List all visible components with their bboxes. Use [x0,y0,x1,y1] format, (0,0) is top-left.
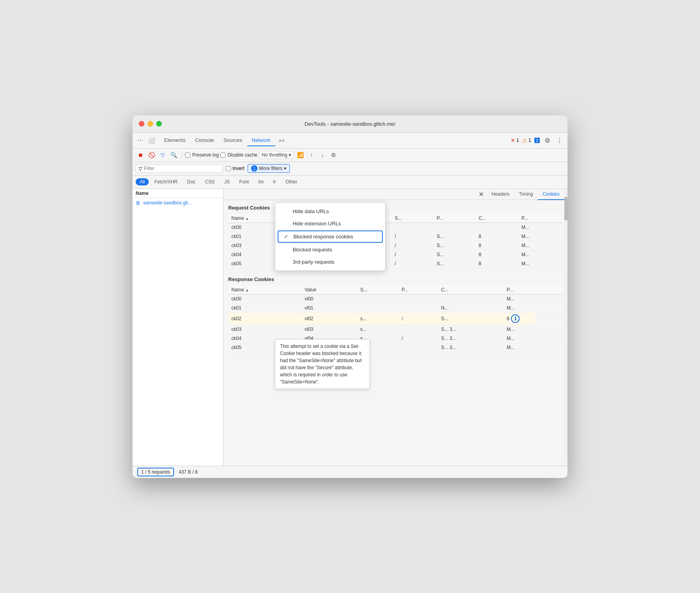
scrollbar-thumb[interactable] [564,197,568,221]
resp-col-name[interactable]: Name ▲ [228,285,301,295]
detail-tab-cookies[interactable]: Cookies [538,189,564,200]
throttle-arrow: ▾ [289,152,291,158]
upload-icon[interactable]: ↑ [306,150,316,160]
dropdown-item-blocked-requests[interactable]: Blocked requests [275,244,385,256]
type-filter-ir[interactable]: Ir [269,178,280,185]
separator-1 [182,152,182,158]
minimize-button[interactable] [148,121,153,127]
filter-input-wrap: ▽ [136,164,223,173]
requests-count: 1 / 5 requests [137,468,174,476]
tab-sources[interactable]: Sources [219,135,247,146]
info-button[interactable]: ℹ [511,314,520,323]
dropdown-item-hide-ext[interactable]: Hide extension URLs [275,217,385,230]
filter-icon[interactable]: ▽ [158,150,167,160]
search-button[interactable]: 🔍 [169,150,178,160]
col-last[interactable]: P... [518,214,563,223]
resp-col-value[interactable]: Value [301,285,357,295]
clear-button[interactable]: 🚫 [147,150,156,160]
document-icon: 🗎 [136,200,141,206]
more-tabs-button[interactable]: >> [275,135,288,146]
dropdown-item-blocked-response[interactable]: ✓ Blocked response cookies [278,230,383,243]
more-filters-button[interactable]: 1 More filters ▾ [248,164,290,173]
disable-cache-group: Disable cache [220,152,257,158]
maximize-button[interactable] [156,121,162,127]
dropdown-item-3rd-party[interactable]: 3rd-party requests [275,256,385,268]
more-options-icon[interactable]: ⋮ [555,135,564,146]
detail-tab-headers[interactable]: Headers [487,189,514,200]
type-filter-im[interactable]: Im [254,178,267,185]
titlebar: DevTools - samesite-sandbox.glitch.me/ [132,115,568,133]
size-info: 437 B / 8 [179,469,198,475]
type-filter-font[interactable]: Font [235,178,253,185]
scrollbar[interactable] [564,189,568,466]
preserve-log-checkbox[interactable] [185,153,190,158]
tab-elements[interactable]: Elements [159,135,190,146]
close-button[interactable] [139,121,144,127]
table-row[interactable]: ck00 vl00 M... [228,294,563,303]
wifi-icon[interactable]: 📶 [295,150,305,160]
settings-toolbar-icon[interactable]: ⚙ [329,150,338,160]
filter-input[interactable] [144,166,215,171]
more-filters-dropdown: Hide data URLs Hide extension URLs ✓ Blo… [275,202,386,271]
name-panel-header: Name [132,189,223,198]
status-bar: 1 / 5 requests 437 B / 8 [132,466,568,478]
record-button[interactable]: ⏺ [136,150,145,160]
error-badge: ✕ 1 [511,137,519,144]
more-filters-badge: 1 [251,165,257,172]
dropdown-item-hide-data[interactable]: Hide data URLs [275,205,385,217]
type-filter-other[interactable]: Other [282,178,301,185]
preserve-log-label: Preserve log [192,152,219,158]
table-row[interactable]: ck05 vl05 s... S... 3... M... [228,343,563,352]
close-detail-button[interactable]: ✕ [475,189,487,200]
preserve-log-group: Preserve log [185,152,219,158]
response-cookies-title: Response Cookies [228,276,563,282]
type-filter-css[interactable]: CSS [201,178,219,185]
disable-cache-label: Disable cache [227,152,257,158]
tab-network[interactable]: Network [247,135,276,146]
more-filters-arrow: ▾ [284,166,286,171]
info-icon: 2 [534,138,540,143]
warning-badge: ⚠ 1 [522,137,531,144]
name-item[interactable]: 🗎 samesite-sandbox.gli... [132,198,223,208]
name-panel: Name 🗎 samesite-sandbox.gli... [132,189,223,466]
type-filter-js[interactable]: JS [220,178,234,185]
warning-icon: ⚠ [522,137,527,144]
settings-icon[interactable]: ⚙ [543,135,552,146]
tab-icon-group: ⋯ ⬜ [136,136,156,145]
info-badge: 2 [534,138,540,143]
main-content: Name 🗎 samesite-sandbox.gli... ✕ Headers… [132,189,568,466]
type-filter-bar: All Fetch/XHR Doc CSS JS Font Im Ir Othe… [132,176,568,189]
resp-col-c[interactable]: C... [438,285,503,295]
inspect-icon[interactable]: ⬜ [147,136,156,145]
col-p[interactable]: P... [433,214,475,223]
tab-console[interactable]: Console [190,135,219,146]
detail-tab-timing[interactable]: Timing [514,189,538,200]
resp-col-p[interactable]: P... [399,285,438,295]
resp-col-last[interactable]: P... [503,285,563,295]
resp-col-s[interactable]: S... [357,285,399,295]
type-filter-doc[interactable]: Doc [183,178,199,185]
invert-label: Invert [233,166,244,171]
badge-group: ✕ 1 ⚠ 1 2 ⚙ ⋮ [511,135,565,146]
detail-tab-bar: ✕ Headers Timing Cookies [223,189,568,200]
col-s2[interactable]: S... [392,214,433,223]
throttle-selector[interactable]: No throttling ▾ [259,151,294,159]
table-row[interactable]: ck03 vl03 s... S... 3... M... [228,325,563,334]
type-filter-all[interactable]: All [136,178,149,185]
col-c[interactable]: C... [475,214,518,223]
invert-checkbox[interactable] [226,166,231,171]
window-title: DevTools - samesite-sandbox.glitch.me/ [305,121,395,127]
download-icon[interactable]: ↓ [318,150,327,160]
table-row-highlighted[interactable]: ck02 vl02 s... / S... 8 ℹ [228,312,563,325]
type-filter-fetch[interactable]: Fetch/XHR [150,178,182,185]
disable-cache-checkbox[interactable] [220,153,225,158]
error-icon: ✕ [511,137,515,144]
cursor-icon[interactable]: ⋯ [136,136,145,145]
response-cookies-table: Name ▲ Value S... P... C... P... ck00 vl… [228,285,563,353]
devtools-tab-bar: ⋯ ⬜ Elements Console Sources Network >> … [132,133,568,149]
invert-group: Invert [226,166,244,171]
traffic-lights [139,121,162,127]
table-row[interactable]: ck04 vl04 s... / S... 3... M... [228,334,563,343]
name-item-text: samesite-sandbox.gli... [143,200,192,206]
table-row[interactable]: ck01 vl01 N... M... [228,303,563,312]
